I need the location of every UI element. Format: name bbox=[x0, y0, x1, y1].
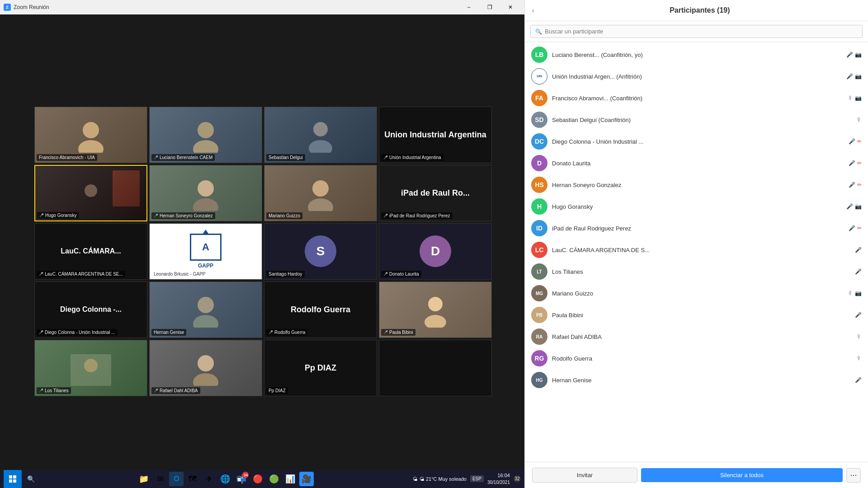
svg-point-13 bbox=[428, 297, 443, 311]
name-text-los-tilianes: Los Tilianes bbox=[45, 388, 69, 393]
taskbar-app-green[interactable]: 🟢 bbox=[267, 472, 281, 486]
name-label-francisco: Francisco Abramovich - UIA bbox=[37, 154, 97, 161]
uia-name-text: Union Industrial Argentina bbox=[380, 126, 491, 144]
name-text-luciano: Luciano Berenstein CAEM bbox=[160, 155, 212, 160]
participant-icons-donato: 🎤 ✏ bbox=[849, 160, 862, 166]
participant-name-fa: Francisco Abramovi... (Coanfitrión) bbox=[552, 95, 843, 102]
participant-item-sd[interactable]: SD Sebastian Delguí (Coanfitrión) 🎙 bbox=[525, 109, 868, 131]
participant-icons-ra: 🎙 bbox=[856, 333, 862, 340]
name-label-lauc: 🎤 LauC. CÁMARA ARGENTINA DE SE... bbox=[37, 271, 125, 277]
svg-point-5 bbox=[309, 140, 332, 153]
participant-item-ra[interactable]: RA Rafael Dahl ADIBA 🎙 bbox=[525, 326, 868, 347]
video-icon-donato: ✏ bbox=[857, 160, 862, 166]
participant-avatar-donato: D bbox=[531, 155, 547, 171]
mic-icon-ra: 🎙 bbox=[856, 333, 862, 340]
participant-item-lt[interactable]: LT Los Tilianes 🎤 bbox=[525, 261, 868, 282]
name-text-diego: Diego Colonna - Unión Industrial ... bbox=[45, 330, 115, 335]
participant-item-hugo[interactable]: H Hugo Goransky 🎤 📷 bbox=[525, 196, 868, 217]
participant-item-rg[interactable]: RG Rodolfo Guerra 🎙 bbox=[525, 347, 868, 369]
mic-icon-rg: 🎙 bbox=[856, 355, 862, 361]
taskbar-maps[interactable]: 🗺 bbox=[185, 472, 200, 486]
collapse-sidebar-button[interactable]: ‹ bbox=[532, 7, 534, 14]
taskbar-powerpoint[interactable]: 📊 bbox=[283, 472, 297, 486]
participant-item-lc[interactable]: LC LauC. CÁMARA ARGENTINA DE S... 🎤 bbox=[525, 239, 868, 261]
taskbar-app-red[interactable]: 🔴 bbox=[250, 472, 265, 486]
video-area: Francisco Abramovich - UIA 🎤 Luciano Ber… bbox=[0, 14, 524, 488]
svg-point-6 bbox=[85, 184, 97, 197]
participant-avatar-ipad: ID bbox=[531, 220, 547, 236]
participant-avatar-lb: LB bbox=[531, 47, 547, 63]
taskbar-outlook[interactable]: O bbox=[169, 472, 184, 486]
participant-item-donato[interactable]: D Donato Laurita 🎤 ✏ bbox=[525, 152, 868, 174]
notification-area: ESP bbox=[470, 475, 484, 482]
video-cell-hugo: 🎤 Hugo Goransky bbox=[34, 165, 147, 221]
taskbar-badge-app[interactable]: 📬34 bbox=[234, 472, 249, 486]
participant-icons-hugo: 🎤 📷 bbox=[846, 203, 862, 210]
mute-icon-pb: 🎤 bbox=[855, 312, 862, 318]
search-button[interactable]: 🔍 bbox=[24, 472, 38, 486]
invite-button[interactable]: Invitar bbox=[532, 468, 637, 483]
notification-count[interactable]: 32 bbox=[514, 475, 521, 483]
name-text-rodolfo: Rodolfo Guerra bbox=[274, 330, 305, 335]
participant-item-mg[interactable]: MG Mariano Guizzo 🎙 📷 bbox=[525, 282, 868, 304]
participant-icons-dc: 🎤 ✏ bbox=[849, 138, 862, 145]
name-text-pp-diaz: Pp DIAZ bbox=[269, 388, 286, 393]
name-text-donato: Donato Laurita bbox=[389, 272, 419, 277]
participant-item-fa[interactable]: FA Francisco Abramovi... (Coanfitrión) 🎙… bbox=[525, 87, 868, 109]
name-text-ipad: iPad de Raul Rodriguez Perez bbox=[389, 213, 450, 218]
more-options-button[interactable]: ··· bbox=[846, 468, 861, 483]
windows-start-button[interactable] bbox=[4, 470, 22, 488]
svg-point-1 bbox=[78, 140, 104, 153]
maximize-button[interactable]: ❐ bbox=[479, 0, 500, 14]
video-cell-leonardo: A GAPP Leonardo Brkusic - GAPP bbox=[149, 223, 262, 280]
language-badge: ESP bbox=[470, 475, 484, 482]
video-cell-francisco: Francisco Abramovich - UIA bbox=[34, 107, 147, 163]
search-bar: 🔍 bbox=[525, 21, 868, 42]
name-text-paula: Paula Bibini bbox=[389, 330, 413, 335]
mute-icon-hs: 🎤 bbox=[849, 182, 855, 188]
mic-icon-mg: 🎙 bbox=[848, 290, 853, 296]
name-text-santiago: Santiago Hardoy bbox=[269, 272, 302, 277]
participant-icons-lb: 🎤 📷 bbox=[846, 52, 862, 58]
close-button[interactable]: ✕ bbox=[500, 0, 521, 14]
video-icon-mg: 📷 bbox=[855, 290, 862, 296]
taskbar-chrome[interactable]: 🌐 bbox=[218, 472, 232, 486]
participant-avatar-lc: LC bbox=[531, 242, 547, 258]
rodolfo-big-text: Rodolfo Guerra bbox=[286, 300, 355, 319]
name-label-paula: 🎤 Paula Bibini bbox=[381, 329, 415, 336]
taskbar-zoom[interactable]: 🎥 bbox=[299, 472, 314, 486]
participant-item-dc[interactable]: DC Diego Colonna - Unión Industrial ... … bbox=[525, 131, 868, 152]
title-bar: Z Zoom Reunión − ❐ ✕ bbox=[0, 0, 524, 14]
name-text-uia: Unión Industrial Argentina bbox=[389, 155, 441, 160]
participant-avatar-hg: HG bbox=[531, 372, 547, 388]
name-text-mariano: Mariano Guizzo bbox=[269, 213, 300, 218]
name-label-hernan-s: 🎤 Hernan Soneyro Gonzalez bbox=[151, 212, 215, 219]
participant-item-lb[interactable]: LB Luciano Berenst... (Coanfitrión, yo) … bbox=[525, 44, 868, 66]
video-cell-hernan-g: Hernan Genise bbox=[149, 282, 262, 338]
participant-item-hs[interactable]: HS Hernan Soneyro Gonzalez 🎤 ✏ bbox=[525, 174, 868, 196]
silence-all-button[interactable]: Silenciar a todos bbox=[641, 468, 843, 482]
taskbar-mail[interactable]: ✉ bbox=[153, 472, 167, 486]
participant-avatar-dc: DC bbox=[531, 133, 547, 150]
participant-item-ipad[interactable]: ID iPad de Raul Rodriguez Perez 🎤 ✏ bbox=[525, 217, 868, 239]
participant-name-lc: LauC. CÁMARA ARGENTINA DE S... bbox=[552, 247, 850, 253]
participant-avatar-sd: SD bbox=[531, 112, 547, 128]
svg-point-7 bbox=[198, 180, 214, 197]
minimize-button[interactable]: − bbox=[458, 0, 479, 14]
taskbar-file-explorer[interactable]: 📁 bbox=[137, 472, 151, 486]
participant-avatar-mg: MG bbox=[531, 285, 547, 301]
participants-sidebar: ‹ Participantes (19) 🔍 LB Luciano Berens… bbox=[524, 0, 868, 488]
svg-rect-21 bbox=[9, 479, 12, 483]
taskbar-right: 🌤 🌤 21°C Muy soleado ESP 16:04 30/10/202… bbox=[413, 472, 521, 485]
search-participant-input[interactable] bbox=[545, 28, 858, 35]
mute-icon-donato: 🎤 bbox=[849, 160, 855, 166]
name-text-sebastian: Sebastian Delgui bbox=[269, 155, 303, 160]
video-icon-hugo: 📷 bbox=[855, 203, 862, 210]
taskbar-telegram[interactable]: ✈ bbox=[202, 472, 216, 486]
mute-icon-hugo: 🎤 bbox=[846, 203, 853, 210]
participant-item-pb[interactable]: PB Paula Bibini 🎤 bbox=[525, 304, 868, 326]
name-label-los-tilianes: 🎤 Los Tilianes bbox=[37, 387, 71, 394]
participant-item-hg[interactable]: HG Hernan Genise 🎤 bbox=[525, 369, 868, 391]
participant-item-uia[interactable]: UN Unión Industrial Argen... (Anfitrión)… bbox=[525, 66, 868, 87]
participant-name-dc: Diego Colonna - Unión Industrial ... bbox=[552, 138, 844, 145]
